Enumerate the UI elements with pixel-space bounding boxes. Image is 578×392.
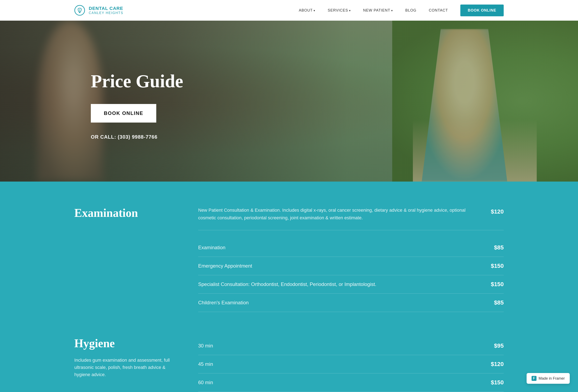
price-row-examination-label: Examination: [198, 245, 482, 251]
nav-services[interactable]: SERVICES: [328, 8, 351, 13]
price-row-60min-amount: $150: [491, 379, 504, 386]
navbar: DENTAL CARE CANLEY HEIGHTS ABOUT SERVICE…: [0, 0, 578, 21]
hero-title: Price Guide: [91, 71, 183, 92]
price-row-60min: 60 min $150: [198, 373, 504, 392]
nav-new-patient[interactable]: NEW PATIENT: [363, 8, 393, 13]
examination-intro-price: $120: [491, 206, 504, 217]
hero-book-button[interactable]: BOOK ONLINE: [91, 104, 156, 123]
price-row-examination-amount: $85: [494, 244, 504, 251]
examination-category: Examination New Patient Consultation & E…: [74, 206, 504, 312]
logo-icon: [74, 5, 85, 16]
nav-links: ABOUT SERVICES NEW PATIENT BLOG CONTACT …: [299, 4, 504, 16]
hygiene-category: Hygiene Includes gum examination and ass…: [74, 337, 504, 392]
hygiene-right: 30 min $95 45 min $120 60 min $150: [198, 337, 504, 392]
hygiene-left: Hygiene Includes gum examination and ass…: [74, 337, 178, 392]
examination-intro: New Patient Consultation & Examination. …: [198, 206, 504, 230]
price-row-specialist-label: Specialist Consultation: Orthodontist, E…: [198, 281, 479, 287]
framer-badge-label: Made in Framer: [538, 376, 565, 381]
price-row-emergency-amount: $150: [491, 263, 504, 269]
price-row-45min-label: 45 min: [198, 361, 479, 367]
brand-name: DENTAL CARE: [89, 6, 123, 11]
price-row-emergency-label: Emergency Appointment: [198, 263, 479, 269]
hero-section: Price Guide BOOK ONLINE OR CALL: (303) 9…: [0, 21, 578, 181]
price-row-45min-amount: $120: [491, 361, 504, 367]
price-row-60min-label: 60 min: [198, 380, 479, 385]
hygiene-desc: Includes gum examination and assessment,…: [74, 356, 178, 378]
price-row-emergency: Emergency Appointment $150: [198, 257, 504, 275]
framer-badge[interactable]: F Made in Framer: [527, 373, 570, 384]
hero-content: Price Guide BOOK ONLINE OR CALL: (303) 9…: [0, 62, 183, 140]
hygiene-title: Hygiene: [74, 337, 178, 350]
nav-contact[interactable]: CONTACT: [429, 8, 448, 13]
hero-call-text: OR CALL: (303) 9988-7766: [91, 134, 183, 140]
price-row-30min-label: 30 min: [198, 343, 482, 349]
price-guide-section: Examination New Patient Consultation & E…: [0, 181, 578, 392]
price-row-45min: 45 min $120: [198, 355, 504, 373]
price-row-examination: Examination $85: [198, 238, 504, 257]
examination-title: Examination: [74, 206, 178, 219]
logo-text: DENTAL CARE CANLEY HEIGHTS: [89, 6, 123, 15]
examination-right: New Patient Consultation & Examination. …: [198, 206, 504, 312]
price-row-specialist-amount: $150: [491, 281, 504, 288]
framer-icon: F: [531, 376, 536, 381]
examination-intro-text: New Patient Consultation & Examination. …: [198, 206, 479, 222]
logo[interactable]: DENTAL CARE CANLEY HEIGHTS: [74, 5, 123, 16]
price-row-30min-amount: $95: [494, 343, 504, 349]
price-row-specialist: Specialist Consultation: Orthodontist, E…: [198, 275, 504, 294]
nav-blog[interactable]: BLOG: [405, 8, 416, 13]
nav-book-button[interactable]: BOOK ONLINE: [460, 4, 504, 16]
examination-left: Examination: [74, 206, 178, 312]
nav-about[interactable]: ABOUT: [299, 8, 315, 13]
price-row-children: Children's Examination $85: [198, 294, 504, 312]
brand-sub: CANLEY HEIGHTS: [89, 11, 123, 15]
price-row-children-label: Children's Examination: [198, 300, 482, 305]
price-row-children-amount: $85: [494, 299, 504, 306]
price-row-30min: 30 min $95: [198, 337, 504, 355]
